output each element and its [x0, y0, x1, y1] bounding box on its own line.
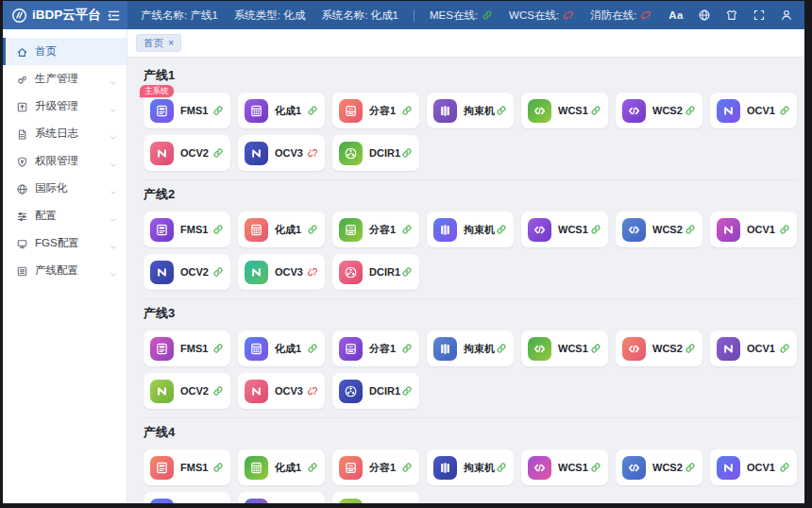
chain-link-icon[interactable] — [590, 105, 601, 116]
chain-link-icon[interactable] — [779, 462, 790, 473]
chain-link-icon[interactable] — [779, 343, 790, 354]
equipment-card[interactable]: 化成1 — [238, 93, 325, 128]
broken-chain-icon — [640, 9, 651, 21]
chain-link-icon[interactable] — [307, 224, 318, 235]
equipment-card[interactable]: 化成1 — [238, 212, 325, 247]
tab-close-icon[interactable]: × — [168, 38, 174, 48]
equipment-card[interactable]: 化成1 — [238, 449, 325, 485]
equipment-card[interactable]: WCS2 — [616, 449, 702, 485]
equipment-card[interactable]: 分容1 — [332, 449, 419, 485]
collapse-menu-icon[interactable] — [107, 8, 121, 23]
chain-link-icon[interactable] — [212, 343, 224, 354]
equipment-card[interactable]: WCS1 — [521, 212, 608, 247]
broken-chain-icon[interactable] — [307, 266, 318, 278]
equipment-card[interactable]: WCS1 — [521, 330, 608, 366]
chain-link-icon[interactable] — [401, 105, 413, 116]
equipment-card[interactable]: 拘束机 — [427, 212, 514, 247]
language-icon[interactable] — [698, 8, 711, 22]
broken-chain-icon[interactable] — [307, 147, 318, 159]
sidebar-item-production[interactable]: 生产管理 — [3, 65, 127, 93]
chain-link-icon[interactable] — [685, 105, 696, 116]
equipment-card[interactable]: FMS1 — [144, 330, 230, 366]
chain-link-icon[interactable] — [212, 147, 224, 159]
sidebar-item-monitor[interactable]: FGS配置 — [3, 229, 127, 257]
app-window: iBDP云平台 产线名称: 产线1系统类型: 化成系统名称: 化成1 MES在线… — [3, 1, 804, 503]
equipment-card[interactable]: OCV1 — [710, 93, 797, 128]
chain-link-icon[interactable] — [496, 105, 507, 116]
equipment-card[interactable]: WCS1 — [521, 449, 608, 485]
chain-link-icon[interactable] — [401, 147, 413, 159]
equipment-card[interactable]: DCIR1 — [332, 254, 419, 290]
chain-link-icon[interactable] — [779, 105, 790, 116]
sidebar-item-upgrade[interactable]: 升级管理 — [3, 93, 127, 120]
equipment-card[interactable]: DCIR1 — [332, 373, 419, 409]
equipment-card[interactable]: 拘束机 — [427, 93, 514, 128]
equipment-card[interactable]: OCV3 — [238, 373, 325, 409]
ocv-icon — [717, 337, 740, 361]
chain-link-icon[interactable] — [496, 462, 507, 473]
sidebar-item-globe[interactable]: 国际化 — [3, 175, 127, 202]
chain-link-icon[interactable] — [590, 224, 601, 235]
font-size-icon[interactable]: Aa — [668, 9, 684, 21]
chain-link-icon[interactable] — [401, 343, 413, 354]
equipment-card[interactable]: WCS2 — [616, 212, 702, 247]
equipment-card[interactable]: 拘束机 — [427, 330, 514, 366]
chain-link-icon[interactable] — [307, 343, 318, 354]
chain-link-icon[interactable] — [496, 343, 507, 354]
chain-link-icon[interactable] — [496, 224, 507, 235]
chain-link-icon[interactable] — [307, 105, 318, 116]
chain-link-icon[interactable] — [685, 224, 696, 235]
equipment-card[interactable]: WCS2 — [616, 93, 702, 128]
equipment-card[interactable]: OCV1 — [710, 212, 797, 247]
equipment-card[interactable]: 拘束机 — [427, 449, 514, 485]
lineconfig-icon — [16, 264, 28, 277]
equipment-card[interactable]: 化成1 — [238, 330, 325, 366]
chain-link-icon[interactable] — [590, 343, 601, 354]
chain-link-icon[interactable] — [779, 224, 790, 235]
equipment-card[interactable]: OCV2 — [144, 254, 230, 290]
equipment-card[interactable]: OCV2 — [144, 373, 230, 409]
equipment-card[interactable]: FMS1 — [144, 212, 230, 247]
equipment-card[interactable]: OCV3 — [238, 135, 325, 171]
equipment-card[interactable]: FMS1 — [144, 449, 230, 485]
equipment-card[interactable]: DCIR1 — [332, 492, 419, 503]
equipment-card[interactable]: 分容1 — [332, 212, 419, 247]
tab-home[interactable]: 首页 × — [136, 34, 181, 52]
sidebar-item-permission[interactable]: 权限管理 — [3, 147, 127, 175]
equipment-card[interactable]: OCV3 — [238, 492, 325, 503]
chain-link-icon[interactable] — [212, 462, 224, 473]
formation-icon — [245, 99, 268, 123]
equipment-card[interactable]: DCIR1 — [332, 135, 419, 171]
equipment-card[interactable]: 分容1 — [332, 93, 419, 128]
broken-chain-icon[interactable] — [307, 385, 318, 397]
sidebar-item-lineconfig[interactable]: 产线配置 — [3, 257, 127, 284]
chain-link-icon[interactable] — [307, 462, 318, 473]
sidebar-item-log[interactable]: 系统日志 — [3, 120, 127, 147]
chain-link-icon[interactable] — [590, 462, 601, 473]
equipment-card[interactable]: OCV2 — [144, 492, 230, 503]
theme-icon[interactable] — [725, 8, 738, 22]
equipment-card[interactable]: 分容1 — [332, 330, 419, 366]
chain-link-icon[interactable] — [685, 343, 696, 354]
chain-link-icon[interactable] — [685, 462, 696, 473]
sidebar: 首页生产管理升级管理系统日志权限管理国际化配置FGS配置产线配置 — [3, 29, 127, 503]
equipment-card[interactable]: OCV1 — [710, 449, 797, 485]
fullscreen-icon[interactable] — [753, 8, 766, 22]
chain-link-icon[interactable] — [212, 224, 224, 235]
chain-link-icon[interactable] — [401, 224, 413, 235]
chain-link-icon[interactable] — [401, 462, 413, 473]
equipment-card[interactable]: OCV3 — [238, 254, 325, 290]
user-icon[interactable] — [780, 8, 793, 22]
sidebar-item-config[interactable]: 配置 — [3, 202, 127, 229]
chain-link-icon[interactable] — [212, 266, 224, 278]
chain-link-icon[interactable] — [212, 105, 224, 116]
equipment-card[interactable]: OCV1 — [710, 330, 797, 366]
chain-link-icon[interactable] — [401, 266, 413, 278]
equipment-card[interactable]: OCV2 — [144, 135, 230, 171]
chain-link-icon[interactable] — [401, 385, 413, 397]
equipment-card[interactable]: WCS2 — [616, 330, 702, 366]
equipment-card[interactable]: WCS1 — [521, 93, 608, 128]
equipment-card[interactable]: 主系统FMS1 — [144, 93, 230, 128]
chain-link-icon[interactable] — [212, 385, 224, 397]
sidebar-item-home[interactable]: 首页 — [3, 38, 127, 65]
